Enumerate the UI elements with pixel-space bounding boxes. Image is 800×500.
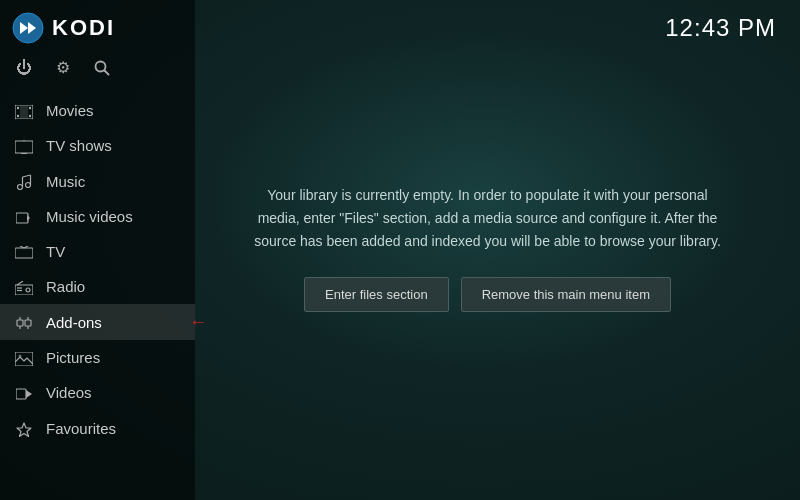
svg-rect-11 (15, 141, 33, 153)
settings-icon[interactable]: ⚙ (56, 58, 70, 77)
addons-icon (14, 313, 34, 331)
sidebar-item-movies-label: Movies (46, 102, 94, 119)
tv-icon (14, 243, 34, 260)
favourites-icon (14, 419, 34, 437)
logo-area: KODI (0, 0, 195, 54)
radio-icon (14, 278, 34, 295)
sidebar-item-music[interactable]: Music (0, 163, 195, 199)
logo-text: KODI (52, 15, 115, 41)
library-message: Your library is currently empty. In orde… (248, 184, 728, 253)
main-content: 12:43 PM Your library is currently empty… (195, 0, 800, 500)
sidebar-toolbar: ⏻ ⚙ (0, 54, 195, 89)
movies-icon (14, 102, 34, 119)
tvshows-icon (14, 137, 34, 154)
sidebar-item-musicvideos-label: Music videos (46, 208, 133, 225)
svg-rect-29 (17, 320, 23, 326)
sidebar-item-movies[interactable]: Movies (0, 93, 195, 128)
svg-point-9 (29, 115, 31, 117)
sidebar-item-radio[interactable]: Radio (0, 269, 195, 304)
sidebar-item-tv[interactable]: TV (0, 234, 195, 269)
arrow-indicator: ← (189, 312, 207, 333)
svg-rect-21 (15, 248, 33, 258)
svg-point-6 (17, 107, 19, 109)
musicvideos-icon (14, 208, 34, 225)
sidebar-item-tvshows[interactable]: TV shows (0, 128, 195, 163)
svg-point-25 (26, 288, 30, 292)
nav-list: Movies TV shows Music Music videos TV (0, 89, 195, 500)
sidebar-item-favourites[interactable]: Favourites (0, 410, 195, 446)
search-icon[interactable] (94, 59, 110, 77)
svg-rect-12 (21, 153, 27, 154)
svg-line-4 (105, 71, 109, 75)
svg-rect-30 (25, 320, 31, 326)
clock-display: 12:43 PM (665, 14, 776, 42)
sidebar-item-addons-label: Add-ons (46, 314, 102, 331)
sidebar-item-pictures-label: Pictures (46, 349, 100, 366)
sidebar-item-favourites-label: Favourites (46, 420, 116, 437)
music-icon (14, 172, 34, 190)
videos-icon (14, 384, 34, 401)
svg-point-8 (17, 115, 19, 117)
sidebar-item-music-label: Music (46, 173, 85, 190)
power-icon[interactable]: ⏻ (16, 59, 32, 77)
sidebar-item-musicvideos[interactable]: Music videos (0, 199, 195, 234)
kodi-logo-icon (12, 12, 44, 44)
sidebar-item-addons[interactable]: Add-ons ← (0, 304, 195, 340)
sidebar: KODI ⏻ ⚙ Movies TV shows (0, 0, 195, 500)
svg-point-14 (18, 185, 23, 190)
sidebar-item-radio-label: Radio (46, 278, 85, 295)
svg-rect-19 (16, 213, 28, 223)
header-bar: 12:43 PM (195, 0, 800, 56)
svg-marker-39 (17, 423, 31, 437)
svg-point-7 (29, 107, 31, 109)
pictures-icon (14, 349, 34, 366)
center-area: Your library is currently empty. In orde… (195, 56, 800, 500)
svg-line-28 (17, 281, 23, 285)
svg-line-18 (23, 175, 31, 177)
svg-rect-10 (20, 106, 28, 118)
svg-marker-38 (26, 390, 32, 398)
sidebar-item-tv-label: TV (46, 243, 65, 260)
enter-files-button[interactable]: Enter files section (304, 277, 449, 312)
remove-menu-item-button[interactable]: Remove this main menu item (461, 277, 671, 312)
sidebar-item-videos-label: Videos (46, 384, 92, 401)
svg-point-15 (26, 183, 31, 188)
sidebar-item-videos[interactable]: Videos (0, 375, 195, 410)
sidebar-item-pictures[interactable]: Pictures (0, 340, 195, 375)
action-buttons: Enter files section Remove this main men… (304, 277, 671, 312)
sidebar-item-tvshows-label: TV shows (46, 137, 112, 154)
svg-rect-37 (16, 389, 26, 399)
